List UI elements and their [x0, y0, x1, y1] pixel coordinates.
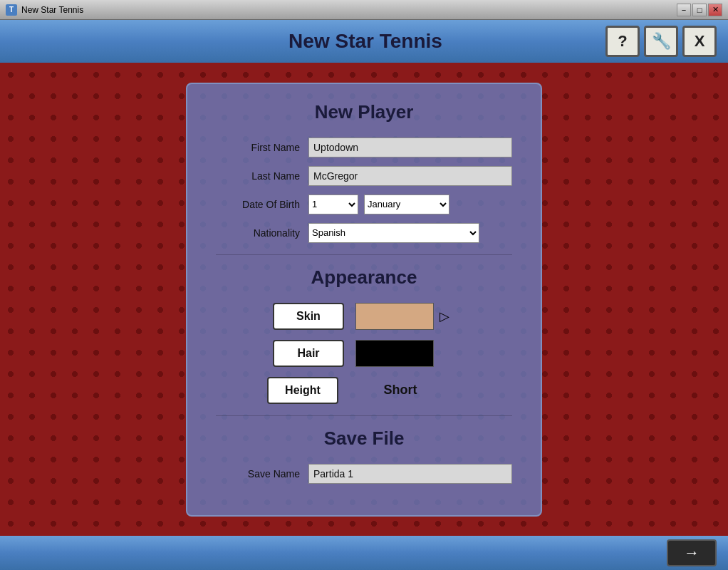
save-file-title: Save File	[216, 428, 512, 450]
last-name-row: Last Name	[216, 166, 512, 186]
nationality-label: Nationality	[216, 227, 308, 239]
settings-button[interactable]: 🔧	[644, 26, 678, 57]
skin-color-swatch[interactable]	[355, 303, 434, 330]
first-name-label: First Name	[216, 142, 308, 153]
first-name-row: First Name	[216, 138, 512, 157]
title-bar: T New Star Tennis − □ ✕	[0, 0, 728, 20]
nationality-select[interactable]: SpanishBritishFrench AmericanAustralianG…	[308, 223, 479, 243]
dob-month-select[interactable]: JanuaryFebruaryMarch AprilMayJune JulyAu…	[364, 195, 449, 214]
hair-button[interactable]: Hair	[273, 340, 344, 367]
skin-arrow: ▷	[434, 309, 455, 324]
header-title: New Star Tennis	[125, 30, 605, 53]
save-section: Save File Save Name	[216, 428, 512, 484]
first-name-input[interactable]	[308, 138, 512, 157]
dob-day-select[interactable]: 1234 5678 9101520 2528293031	[308, 195, 358, 214]
height-button[interactable]: Height	[267, 377, 338, 404]
bottom-bar: →	[0, 536, 728, 570]
last-name-label: Last Name	[216, 170, 308, 182]
form-panel: New Player First Name Last Name Date Of …	[186, 83, 542, 517]
height-value: Short	[361, 383, 440, 398]
restore-button[interactable]: □	[692, 4, 707, 16]
new-player-title: New Player	[216, 101, 512, 123]
skin-row: Skin ▷	[216, 303, 512, 330]
minimize-button[interactable]: −	[677, 4, 691, 16]
hair-row: Hair	[216, 340, 512, 367]
height-row: Height Short	[216, 377, 512, 404]
next-button[interactable]: →	[667, 539, 717, 566]
close-button[interactable]: ✕	[708, 4, 722, 16]
nationality-row: Nationality SpanishBritishFrench America…	[216, 223, 512, 243]
main-area: New Player First Name Last Name Date Of …	[0, 63, 728, 536]
dob-row: Date Of Birth 1234 5678 9101520 25282930…	[216, 195, 512, 214]
skin-button[interactable]: Skin	[273, 303, 344, 330]
save-name-label: Save Name	[216, 468, 308, 480]
appearance-title: Appearance	[216, 266, 512, 289]
header-bar: New Star Tennis ? 🔧 X	[0, 20, 728, 63]
dob-controls: 1234 5678 9101520 2528293031 JanuaryFebr…	[308, 195, 449, 214]
divider2	[216, 415, 512, 416]
divider	[216, 254, 512, 255]
dob-label: Date Of Birth	[216, 199, 308, 210]
header-close-button[interactable]: X	[682, 26, 717, 57]
window-controls: − □ ✕	[677, 4, 722, 16]
hair-color-swatch[interactable]	[355, 340, 434, 367]
app-icon: T	[6, 4, 17, 16]
help-button[interactable]: ?	[605, 26, 640, 57]
header-buttons: ? 🔧 X	[605, 26, 717, 57]
save-name-row: Save Name	[216, 464, 512, 484]
last-name-input[interactable]	[308, 166, 512, 186]
save-name-input[interactable]	[308, 464, 512, 484]
window-title: New Star Tennis	[21, 5, 83, 15]
